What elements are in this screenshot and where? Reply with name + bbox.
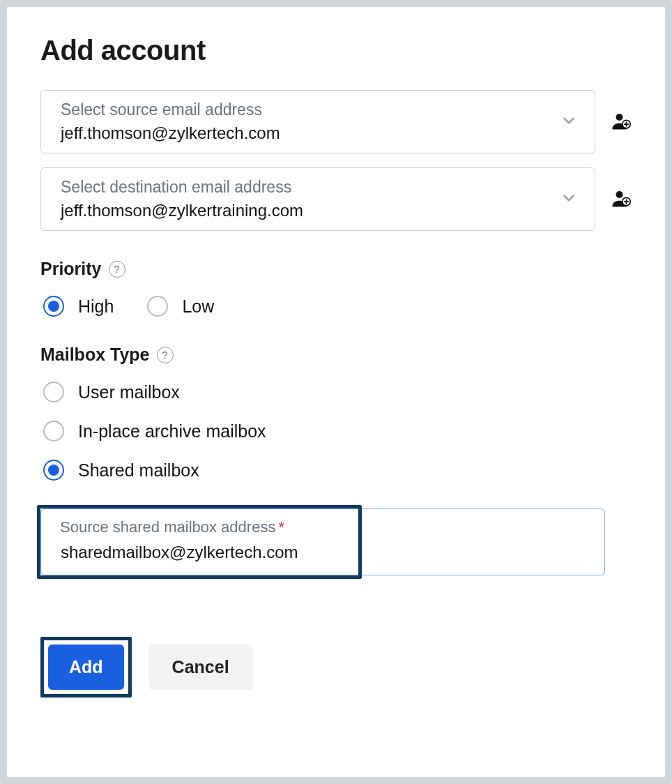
mailbox-shared-label: Shared mailbox <box>78 460 199 481</box>
mailbox-archive-radio[interactable]: In-place archive mailbox <box>43 421 632 442</box>
help-icon[interactable]: ? <box>157 347 174 363</box>
mailbox-type-section-label: Mailbox Type ? <box>40 345 632 365</box>
radio-icon <box>43 421 64 442</box>
chevron-down-icon <box>560 112 578 133</box>
mailbox-user-label: User mailbox <box>78 382 180 402</box>
cancel-button[interactable]: Cancel <box>148 644 253 690</box>
shared-mailbox-input-container: Source shared mailbox address* <box>40 508 605 575</box>
help-icon[interactable]: ? <box>109 261 125 278</box>
radio-icon-selected <box>43 296 64 317</box>
destination-email-select[interactable]: Select destination email address jeff.th… <box>40 167 595 231</box>
chevron-down-icon <box>560 189 578 210</box>
add-button-highlight: Add <box>40 637 132 698</box>
page-title: Add account <box>40 35 632 66</box>
radio-icon-selected <box>43 460 64 481</box>
source-email-select[interactable]: Select source email address jeff.thomson… <box>40 90 595 153</box>
mailbox-archive-label: In-place archive mailbox <box>78 421 266 442</box>
priority-high-label: High <box>78 296 114 317</box>
add-user-icon[interactable] <box>611 110 632 134</box>
add-button[interactable]: Add <box>48 644 124 690</box>
mailbox-type-label-text: Mailbox Type <box>40 345 150 365</box>
add-user-icon[interactable] <box>611 188 632 211</box>
add-account-panel: Add account Select source email address … <box>7 7 665 777</box>
mailbox-user-radio[interactable]: User mailbox <box>43 382 632 402</box>
priority-section-label: Priority ? <box>40 259 632 279</box>
priority-label-text: Priority <box>40 259 102 279</box>
required-indicator: * <box>278 518 284 536</box>
priority-low-label: Low <box>182 296 214 317</box>
mailbox-shared-radio[interactable]: Shared mailbox <box>43 460 632 481</box>
priority-high-radio[interactable]: High <box>43 296 114 317</box>
priority-low-radio[interactable]: Low <box>147 296 214 317</box>
destination-email-value: jeff.thomson@zylkertraining.com <box>61 201 553 220</box>
radio-icon <box>147 296 168 317</box>
source-email-value: jeff.thomson@zylkertech.com <box>61 123 553 143</box>
radio-icon <box>43 382 64 402</box>
shared-mailbox-label: Source shared mailbox address* <box>60 518 284 536</box>
destination-email-label: Select destination email address <box>61 178 553 197</box>
source-email-label: Select source email address <box>61 100 553 119</box>
